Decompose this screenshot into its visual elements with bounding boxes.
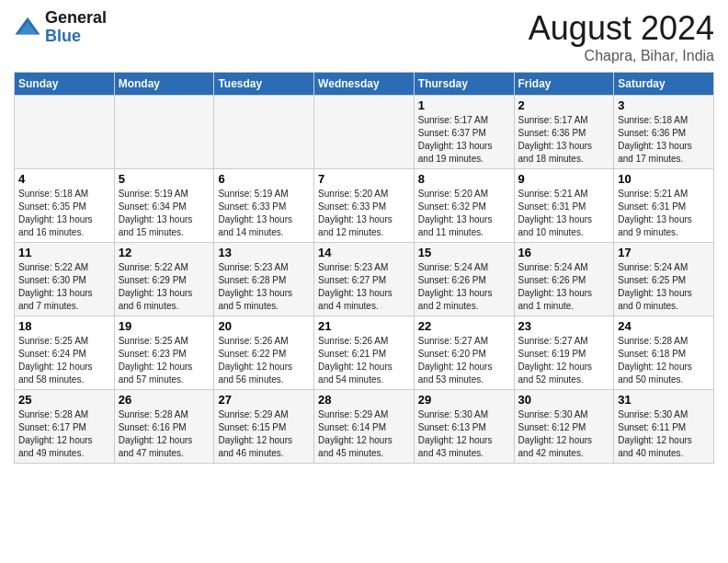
day-info: Sunrise: 5:18 AM Sunset: 6:36 PM Dayligh…: [618, 114, 710, 166]
day-number: 28: [318, 393, 410, 407]
day-info: Sunrise: 5:26 AM Sunset: 6:22 PM Dayligh…: [218, 335, 310, 386]
calendar-container: General Blue August 2024 Chapra, Bihar, …: [0, 0, 728, 473]
day-info: Sunrise: 5:19 AM Sunset: 6:33 PM Dayligh…: [218, 188, 310, 239]
col-friday: Friday: [514, 73, 614, 96]
table-row: 2Sunrise: 5:17 AM Sunset: 6:36 PM Daylig…: [514, 96, 614, 169]
day-info: Sunrise: 5:20 AM Sunset: 6:33 PM Dayligh…: [318, 188, 410, 239]
day-number: 17: [618, 246, 710, 259]
header: General Blue August 2024 Chapra, Bihar, …: [14, 9, 714, 64]
day-info: Sunrise: 5:21 AM Sunset: 6:31 PM Dayligh…: [618, 188, 710, 239]
day-number: 31: [618, 393, 710, 407]
day-info: Sunrise: 5:28 AM Sunset: 6:16 PM Dayligh…: [119, 408, 210, 460]
col-thursday: Thursday: [414, 73, 514, 96]
table-row: [314, 96, 415, 169]
table-row: 31Sunrise: 5:30 AM Sunset: 6:11 PM Dayli…: [614, 390, 714, 464]
table-row: 13Sunrise: 5:23 AM Sunset: 6:28 PM Dayli…: [214, 243, 314, 316]
table-row: [214, 96, 314, 169]
day-info: Sunrise: 5:27 AM Sunset: 6:19 PM Dayligh…: [518, 335, 610, 386]
calendar-table: Sunday Monday Tuesday Wednesday Thursday…: [14, 72, 714, 464]
table-row: 17Sunrise: 5:24 AM Sunset: 6:25 PM Dayli…: [614, 243, 714, 316]
day-number: 13: [218, 246, 310, 259]
day-number: 3: [618, 98, 710, 112]
day-info: Sunrise: 5:21 AM Sunset: 6:31 PM Dayligh…: [518, 188, 610, 239]
day-info: Sunrise: 5:30 AM Sunset: 6:12 PM Dayligh…: [518, 408, 610, 460]
day-number: 8: [418, 172, 510, 186]
day-number: 19: [119, 319, 210, 333]
table-row: 26Sunrise: 5:28 AM Sunset: 6:16 PM Dayli…: [114, 390, 214, 464]
day-number: 1: [418, 98, 510, 112]
day-info: Sunrise: 5:28 AM Sunset: 6:18 PM Dayligh…: [618, 335, 710, 386]
logo: General Blue: [14, 9, 107, 46]
week-row-5: 25Sunrise: 5:28 AM Sunset: 6:17 PM Dayli…: [15, 390, 714, 464]
day-number: 5: [119, 172, 210, 186]
week-row-4: 18Sunrise: 5:25 AM Sunset: 6:24 PM Dayli…: [15, 316, 714, 390]
day-number: 27: [218, 393, 310, 407]
col-tuesday: Tuesday: [214, 73, 314, 96]
title-block: August 2024 Chapra, Bihar, India: [529, 9, 714, 64]
logo-general: General: [45, 8, 107, 27]
day-number: 4: [18, 172, 110, 186]
day-number: 15: [418, 246, 510, 259]
day-number: 26: [119, 393, 210, 407]
day-info: Sunrise: 5:22 AM Sunset: 6:30 PM Dayligh…: [18, 261, 110, 313]
day-info: Sunrise: 5:30 AM Sunset: 6:13 PM Dayligh…: [418, 408, 510, 460]
table-row: 29Sunrise: 5:30 AM Sunset: 6:13 PM Dayli…: [414, 390, 514, 464]
day-number: 21: [318, 319, 410, 333]
table-row: [15, 96, 115, 169]
day-info: Sunrise: 5:24 AM Sunset: 6:26 PM Dayligh…: [518, 261, 610, 313]
day-info: Sunrise: 5:20 AM Sunset: 6:32 PM Dayligh…: [418, 188, 510, 239]
day-number: 11: [18, 246, 110, 259]
col-monday: Monday: [114, 73, 214, 96]
day-info: Sunrise: 5:30 AM Sunset: 6:11 PM Dayligh…: [618, 408, 710, 460]
table-row: 30Sunrise: 5:30 AM Sunset: 6:12 PM Dayli…: [514, 390, 614, 464]
day-number: 6: [218, 172, 310, 186]
table-row: 4Sunrise: 5:18 AM Sunset: 6:35 PM Daylig…: [15, 169, 115, 243]
location: Chapra, Bihar, India: [529, 48, 714, 64]
header-row: Sunday Monday Tuesday Wednesday Thursday…: [15, 73, 714, 96]
table-row: 6Sunrise: 5:19 AM Sunset: 6:33 PM Daylig…: [214, 169, 314, 243]
day-number: 10: [618, 172, 710, 186]
table-row: 27Sunrise: 5:29 AM Sunset: 6:15 PM Dayli…: [214, 390, 314, 464]
table-row: 12Sunrise: 5:22 AM Sunset: 6:29 PM Dayli…: [114, 243, 214, 316]
day-number: 7: [318, 172, 410, 186]
table-row: 25Sunrise: 5:28 AM Sunset: 6:17 PM Dayli…: [15, 390, 115, 464]
table-row: 1Sunrise: 5:17 AM Sunset: 6:37 PM Daylig…: [414, 96, 514, 169]
day-number: 25: [18, 393, 110, 407]
table-row: 11Sunrise: 5:22 AM Sunset: 6:30 PM Dayli…: [15, 243, 115, 316]
table-row: 9Sunrise: 5:21 AM Sunset: 6:31 PM Daylig…: [514, 169, 614, 243]
table-row: 15Sunrise: 5:24 AM Sunset: 6:26 PM Dayli…: [414, 243, 514, 316]
day-number: 22: [418, 319, 510, 333]
day-number: 20: [218, 319, 310, 333]
day-info: Sunrise: 5:24 AM Sunset: 6:26 PM Dayligh…: [418, 261, 510, 313]
week-row-1: 1Sunrise: 5:17 AM Sunset: 6:37 PM Daylig…: [15, 96, 714, 169]
week-row-3: 11Sunrise: 5:22 AM Sunset: 6:30 PM Dayli…: [15, 243, 714, 316]
day-number: 30: [518, 393, 610, 407]
day-number: 9: [518, 172, 610, 186]
day-number: 29: [418, 393, 510, 407]
day-info: Sunrise: 5:25 AM Sunset: 6:23 PM Dayligh…: [119, 335, 210, 386]
table-row: 14Sunrise: 5:23 AM Sunset: 6:27 PM Dayli…: [314, 243, 415, 316]
table-row: 3Sunrise: 5:18 AM Sunset: 6:36 PM Daylig…: [614, 96, 714, 169]
table-row: 24Sunrise: 5:28 AM Sunset: 6:18 PM Dayli…: [614, 316, 714, 390]
logo-text: General Blue: [45, 9, 107, 46]
day-info: Sunrise: 5:17 AM Sunset: 6:37 PM Dayligh…: [418, 114, 510, 166]
day-number: 23: [518, 319, 610, 333]
table-row: [114, 96, 214, 169]
day-number: 2: [518, 98, 610, 112]
day-info: Sunrise: 5:19 AM Sunset: 6:34 PM Dayligh…: [119, 188, 210, 239]
table-row: 23Sunrise: 5:27 AM Sunset: 6:19 PM Dayli…: [514, 316, 614, 390]
col-saturday: Saturday: [614, 73, 714, 96]
table-row: 18Sunrise: 5:25 AM Sunset: 6:24 PM Dayli…: [15, 316, 115, 390]
day-info: Sunrise: 5:27 AM Sunset: 6:20 PM Dayligh…: [418, 335, 510, 386]
col-wednesday: Wednesday: [314, 73, 415, 96]
day-info: Sunrise: 5:23 AM Sunset: 6:27 PM Dayligh…: [318, 261, 410, 313]
table-row: 28Sunrise: 5:29 AM Sunset: 6:14 PM Dayli…: [314, 390, 415, 464]
day-number: 14: [318, 246, 410, 259]
table-row: 20Sunrise: 5:26 AM Sunset: 6:22 PM Dayli…: [214, 316, 314, 390]
day-info: Sunrise: 5:23 AM Sunset: 6:28 PM Dayligh…: [218, 261, 310, 313]
day-info: Sunrise: 5:28 AM Sunset: 6:17 PM Dayligh…: [18, 408, 110, 460]
table-row: 10Sunrise: 5:21 AM Sunset: 6:31 PM Dayli…: [614, 169, 714, 243]
logo-icon: [14, 14, 41, 41]
day-info: Sunrise: 5:26 AM Sunset: 6:21 PM Dayligh…: [318, 335, 410, 386]
table-row: 21Sunrise: 5:26 AM Sunset: 6:21 PM Dayli…: [314, 316, 415, 390]
